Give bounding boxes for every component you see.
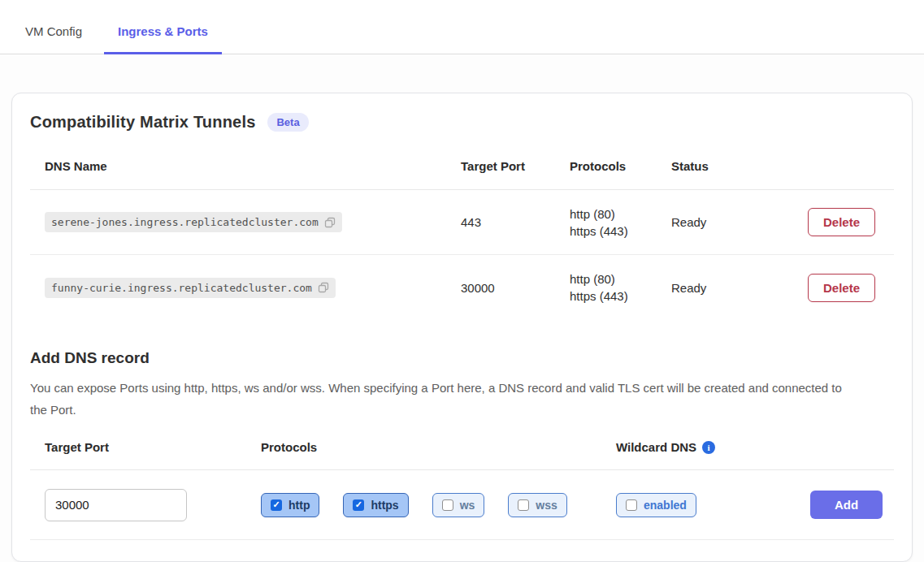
protocol-checkbox-ws[interactable]: ws xyxy=(432,493,485,517)
checkbox-unchecked-icon xyxy=(626,499,637,511)
dns-name-text: funny-curie.ingress.replicatedcluster.co… xyxy=(51,282,312,294)
beta-badge: Beta xyxy=(267,113,308,132)
protocol-line: http (80) xyxy=(570,205,671,223)
protocol-label: http xyxy=(288,499,310,512)
wildcard-enabled-checkbox[interactable]: enabled xyxy=(616,493,696,517)
copy-icon[interactable] xyxy=(318,282,329,293)
add-button[interactable]: Add xyxy=(810,491,883,519)
col-header-target-port: Target Port xyxy=(461,159,570,173)
tunnels-card: Compatibility Matrix Tunnels Beta DNS Na… xyxy=(11,93,913,562)
protocol-label: https xyxy=(371,499,398,512)
wildcard-dns-label: Wildcard DNS xyxy=(616,440,696,454)
form-header-protocols: Protocols xyxy=(261,440,616,454)
checkbox-checked-icon: ✓ xyxy=(353,499,364,511)
card-title-row: Compatibility Matrix Tunnels Beta xyxy=(30,113,894,132)
dns-name-text: serene-jones.ingress.replicatedcluster.c… xyxy=(51,216,319,228)
tab-bar: VM Config Ingress & Ports xyxy=(0,0,924,54)
target-port-field-cell xyxy=(45,489,261,521)
add-dns-heading: Add DNS record xyxy=(30,349,894,367)
target-port-cell: 30000 xyxy=(461,281,570,295)
protocol-label: wss xyxy=(536,499,557,512)
copy-icon[interactable] xyxy=(324,217,336,228)
add-dns-description: You can expose Ports using http, https, … xyxy=(30,377,859,421)
actions-cell: Delete xyxy=(808,208,894,236)
dns-name-cell: funny-curie.ingress.replicatedcluster.co… xyxy=(45,278,461,298)
protocol-line: http (80) xyxy=(570,270,671,287)
dns-name-chip: funny-curie.ingress.replicatedcluster.co… xyxy=(45,278,336,298)
checkbox-unchecked-icon xyxy=(518,499,529,511)
status-cell: Ready xyxy=(671,215,785,229)
checkbox-checked-icon: ✓ xyxy=(271,499,282,511)
status-cell: Ready xyxy=(671,281,785,295)
checkbox-unchecked-icon xyxy=(442,499,453,511)
protocol-line: https (443) xyxy=(570,223,671,240)
protocols-cell: http (80) https (443) xyxy=(570,270,671,305)
tab-vm-config[interactable]: VM Config xyxy=(11,0,96,54)
col-header-dns-name: DNS Name xyxy=(45,159,461,173)
protocols-cell: http (80) https (443) xyxy=(570,205,671,240)
delete-button[interactable]: Delete xyxy=(808,208,875,236)
page-title: Compatibility Matrix Tunnels xyxy=(30,113,255,132)
add-form-row: ✓ http ✓ https ws wss enabled Add xyxy=(30,470,894,540)
protocol-checkbox-https[interactable]: ✓ https xyxy=(343,493,408,517)
dns-name-cell: serene-jones.ingress.replicatedcluster.c… xyxy=(45,212,461,232)
wildcard-dns-cell: enabled xyxy=(616,493,810,517)
delete-button[interactable]: Delete xyxy=(808,274,875,302)
info-icon[interactable]: i xyxy=(702,441,715,454)
target-port-cell: 443 xyxy=(461,215,570,229)
actions-cell: Delete xyxy=(808,274,894,302)
protocol-checkbox-http[interactable]: ✓ http xyxy=(261,493,319,517)
table-row: funny-curie.ingress.replicatedcluster.co… xyxy=(30,255,894,320)
table-row: serene-jones.ingress.replicatedcluster.c… xyxy=(30,190,894,255)
tab-ingress-ports[interactable]: Ingress & Ports xyxy=(104,0,222,54)
table-header-row: DNS Name Target Port Protocols Status xyxy=(30,146,894,190)
wildcard-enabled-label: enabled xyxy=(644,499,687,512)
protocol-label: ws xyxy=(460,499,475,512)
add-form-header-row: Target Port Protocols Wildcard DNS i xyxy=(30,440,894,470)
col-header-protocols: Protocols xyxy=(570,159,671,173)
add-button-cell: Add xyxy=(810,491,901,519)
protocol-line: https (443) xyxy=(570,287,671,305)
tunnels-table: DNS Name Target Port Protocols Status se… xyxy=(30,146,894,320)
form-header-wildcard-dns: Wildcard DNS i xyxy=(616,440,810,454)
protocol-checkbox-wss[interactable]: wss xyxy=(508,493,566,517)
form-header-target-port: Target Port xyxy=(45,440,261,454)
col-header-status: Status xyxy=(671,159,785,173)
protocol-options-group: ✓ http ✓ https ws wss xyxy=(261,493,616,517)
target-port-input[interactable] xyxy=(45,489,187,521)
dns-name-chip: serene-jones.ingress.replicatedcluster.c… xyxy=(45,212,342,232)
